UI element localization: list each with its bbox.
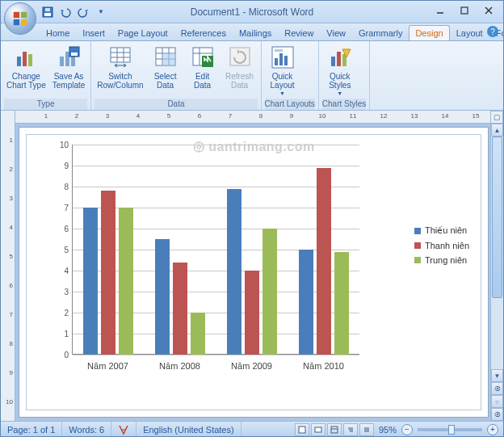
chevron-down-icon: ▼ xyxy=(337,90,342,96)
chevron-down-icon: ▼ xyxy=(279,90,285,96)
tab-home[interactable]: Home xyxy=(40,25,76,40)
quick-styles-label: Quick Styles xyxy=(329,72,351,90)
legend-swatch xyxy=(414,242,421,249)
chart-object[interactable]: uantrimang.com 012345678910 Năm 2007Năm … xyxy=(26,134,481,410)
prev-page-icon[interactable]: ⦿ xyxy=(491,382,503,395)
zoom-level[interactable]: 95% xyxy=(379,425,397,435)
legend-label: Trung niên xyxy=(425,255,467,265)
bar xyxy=(299,250,313,355)
status-proofing-icon[interactable] xyxy=(111,422,136,437)
ribbon-tabs: HomeInsertPage LayoutReferencesMailingsR… xyxy=(1,23,503,41)
bar xyxy=(262,229,277,355)
close-button[interactable] xyxy=(477,3,500,18)
scroll-down-icon[interactable]: ▼ xyxy=(491,369,503,382)
tab-references[interactable]: References xyxy=(174,25,233,40)
scroll-thumb[interactable] xyxy=(492,137,502,298)
quick-access-toolbar: ▼ xyxy=(41,6,107,19)
zoom-out-button[interactable]: − xyxy=(401,424,413,435)
svg-rect-6 xyxy=(45,8,50,11)
vertical-ruler: 12345678910 xyxy=(1,111,15,421)
svg-rect-19 xyxy=(111,48,130,62)
scroll-up-icon[interactable]: ▲ xyxy=(491,124,503,137)
svg-rect-11 xyxy=(17,57,21,66)
next-page-icon[interactable]: ⦿ xyxy=(491,408,503,421)
zoom-slider-thumb[interactable] xyxy=(448,425,455,435)
ribbon-group-type: Change Chart TypeSave As TemplateType xyxy=(1,41,91,110)
save-as-template-label: Save As Template xyxy=(52,72,86,90)
draft-view-icon[interactable] xyxy=(359,423,374,436)
svg-rect-29 xyxy=(162,53,175,65)
status-language[interactable]: English (United States) xyxy=(136,422,242,437)
change-chart-type-button[interactable]: Change Chart Type xyxy=(4,43,48,91)
ribbon: Change Chart TypeSave As TemplateTypeSwi… xyxy=(1,41,503,111)
bars-container xyxy=(72,145,359,355)
status-words[interactable]: Words: 6 xyxy=(62,422,111,437)
outline-view-icon[interactable] xyxy=(343,423,358,436)
ribbon-group-chart-styles: Quick Styles▼Chart Styles xyxy=(319,41,370,110)
group-label: Type xyxy=(4,99,87,110)
tab-layout[interactable]: Layout xyxy=(450,25,489,40)
web-layout-view-icon[interactable] xyxy=(327,423,342,436)
y-tick-label: 10 xyxy=(60,141,69,149)
select-data-icon xyxy=(153,44,178,70)
y-tick-label: 8 xyxy=(64,183,69,191)
print-layout-view-icon[interactable] xyxy=(295,423,309,436)
select-data-button[interactable]: Select Data xyxy=(148,43,183,91)
status-page[interactable]: Page: 1 of 1 xyxy=(1,422,62,437)
y-tick-label: 9 xyxy=(64,162,69,170)
tab-design[interactable]: Design xyxy=(409,25,449,40)
zoom-slider[interactable] xyxy=(418,428,482,431)
ribbon-group-data: Switch Row/ColumnSelect DataEdit DataRef… xyxy=(91,41,261,110)
group-label: Data xyxy=(94,99,257,110)
legend-label: Thiếu niên xyxy=(425,225,467,236)
redo-icon[interactable] xyxy=(77,6,90,19)
legend-item: Thanh niên xyxy=(414,241,469,250)
legend: Thiếu niênThanh niênTrung niên xyxy=(414,221,469,270)
tab-grammarly[interactable]: Grammarly xyxy=(352,25,409,40)
maximize-button[interactable] xyxy=(453,3,476,18)
quick-layout-button[interactable]: Quick Layout▼ xyxy=(265,43,300,98)
help-icon[interactable]: ? xyxy=(487,26,498,37)
vertical-scrollbar[interactable]: ▲ ▼ ⦿ ○ ⦿ xyxy=(490,124,503,421)
edit-data-button[interactable]: Edit Data xyxy=(185,43,220,91)
tab-mailings[interactable]: Mailings xyxy=(233,25,278,40)
office-button[interactable] xyxy=(4,2,36,35)
svg-rect-13 xyxy=(28,54,32,66)
save-icon[interactable] xyxy=(41,6,54,19)
minimize-button[interactable] xyxy=(429,3,452,18)
quick-styles-button[interactable]: Quick Styles▼ xyxy=(322,43,358,98)
svg-rect-3 xyxy=(21,19,27,25)
zoom-in-button[interactable]: + xyxy=(487,424,498,435)
svg-rect-15 xyxy=(65,52,69,66)
office-logo-icon xyxy=(11,10,29,27)
switch-row-col-button[interactable]: Switch Row/Column xyxy=(94,43,145,91)
full-screen-view-icon[interactable] xyxy=(311,423,326,436)
document-area: 12345678910 123456789101112131415 ▢ uant… xyxy=(1,111,503,421)
y-tick-label: 3 xyxy=(64,288,69,296)
edit-data-icon xyxy=(190,44,216,70)
x-tick-label: Năm 2007 xyxy=(87,361,128,371)
edit-data-label: Edit Data xyxy=(194,72,211,90)
change-chart-type-icon xyxy=(13,44,39,70)
tab-view[interactable]: View xyxy=(320,25,352,40)
title-bar: ▼ Document1 - Microsoft Word xyxy=(1,1,503,23)
ruler-toggle-icon[interactable]: ▢ xyxy=(490,111,503,124)
save-as-template-button[interactable]: Save As Template xyxy=(50,43,88,91)
y-tick-label: 4 xyxy=(64,267,69,275)
svg-rect-1 xyxy=(21,12,27,18)
tab-page-layout[interactable]: Page Layout xyxy=(111,25,174,40)
refresh-data-icon xyxy=(227,44,253,70)
tab-insert[interactable]: Insert xyxy=(76,25,111,40)
undo-icon[interactable] xyxy=(59,6,72,19)
y-tick-label: 1 xyxy=(64,330,69,338)
tab-review[interactable]: Review xyxy=(278,25,320,40)
bar xyxy=(317,168,331,355)
svg-rect-18 xyxy=(71,53,78,56)
y-tick-label: 6 xyxy=(64,225,69,233)
browse-object-icon[interactable]: ○ xyxy=(491,395,503,408)
svg-rect-40 xyxy=(331,57,335,66)
group-label: Chart Layouts xyxy=(265,99,315,110)
change-chart-type-label: Change Chart Type xyxy=(6,72,46,90)
qat-dropdown-icon[interactable]: ▼ xyxy=(94,6,107,19)
save-as-template-icon xyxy=(56,44,82,70)
